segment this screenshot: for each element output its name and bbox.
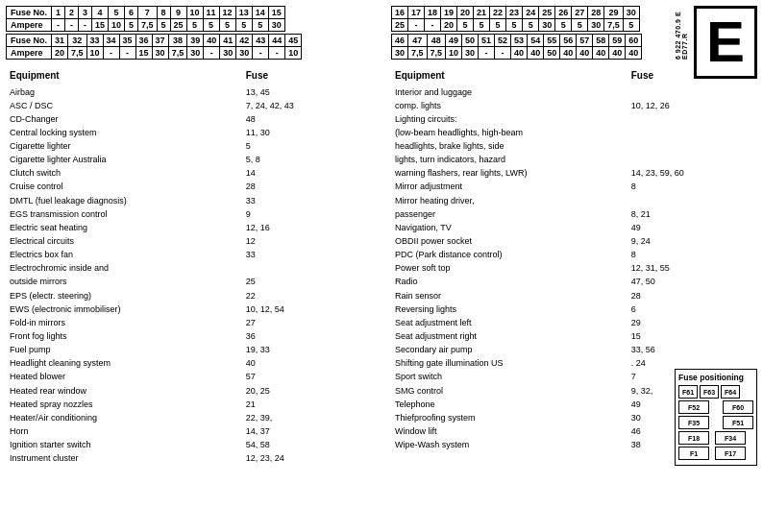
serial-number: 6 922 470.9 E ED77.R <box>675 6 688 60</box>
equip-name-secair: Secondary air pump <box>393 344 628 355</box>
fuse-table-46-60: 46 47 48 49 50 51 52 53 54 55 56 57 58 5… <box>391 34 642 60</box>
equip-name-dmtl: DMTL (fuel leakage diagnosis) <box>8 195 242 206</box>
fn-34: 34 <box>103 35 119 47</box>
equip-name-rain: Rain sensor <box>393 290 628 302</box>
equip-name-smg: SMG control <box>393 385 628 397</box>
amp-28r: 30 <box>588 19 604 32</box>
equip-fuse-rev: 6 <box>629 303 755 315</box>
fuse-pos-title: Fuse positioning <box>678 373 753 382</box>
fuse-f35: F35 <box>678 416 709 429</box>
equip-name-ecm2: outside mirrors <box>8 276 242 287</box>
fn-20: 20 <box>457 7 474 19</box>
fn-30: 30 <box>623 7 639 19</box>
fuse-header-left: Fuse <box>244 69 370 85</box>
equip-fuse-cls: 11, 30 <box>244 127 370 138</box>
equip-name-tel: Telephone <box>393 399 628 410</box>
equip-mirroradj: Mirror adjustment 8 <box>393 181 755 192</box>
equip-obdii: OBDII power socket 9, 24 <box>393 235 755 247</box>
fn-42: 42 <box>236 35 253 47</box>
fn-5: 5 <box>109 7 125 19</box>
fn-11: 11 <box>203 7 219 19</box>
equip-fuse-inst: 12, 23, 24 <box>244 452 370 464</box>
amp-32: 7,5 <box>68 47 87 60</box>
equip-cigaus: Cigarette lighter Australia 5, 8 <box>8 154 370 165</box>
left-fuse-tables: Fuse No. 1 2 3 4 5 6 7 8 9 10 11 12 13 1… <box>6 6 372 60</box>
amp-23r: 5 <box>506 19 523 32</box>
main-container: Fuse No. 1 2 3 4 5 6 7 8 9 10 11 12 13 1… <box>6 6 757 466</box>
equip-cd: CD-Changer 48 <box>8 113 370 125</box>
equip-pst: Power soft top 12, 31, 55 <box>393 262 755 274</box>
fn-38: 38 <box>168 35 187 47</box>
fuse-f18: F18 <box>678 431 709 445</box>
equip-eps: EPS (electr. steering) 22 <box>8 290 370 302</box>
fn-59: 59 <box>609 35 626 47</box>
equip-fog: Front fog lights 36 <box>8 330 370 342</box>
amp-10: 5 <box>186 19 203 32</box>
amp-31: 20 <box>52 47 68 60</box>
fn-47: 47 <box>408 35 428 47</box>
fn-17: 17 <box>408 7 425 19</box>
equip-hsn: Heated spray nozzles 21 <box>8 399 370 410</box>
amp-7: 7,5 <box>138 19 158 32</box>
amp-40: - <box>204 47 220 60</box>
amp-18r: - <box>425 19 441 32</box>
equip-name-fuel: Fuel pump <box>8 344 242 355</box>
equip-fuse-eseat: 12, 16 <box>244 222 370 233</box>
equip-fuse-seatright: 15 <box>629 330 755 342</box>
equip-name-cls: Central locking system <box>8 127 242 138</box>
equip-fuse-hrw: 20, 25 <box>244 385 370 397</box>
fn-54: 54 <box>528 35 544 47</box>
equip-fuse-hls: 40 <box>244 357 370 369</box>
fn-52: 52 <box>495 35 511 47</box>
equip-fold: Fold-in mirrors 27 <box>8 317 370 328</box>
equip-ign: Ignition starter switch 54, 58 <box>8 439 370 450</box>
fn-32: 32 <box>68 35 87 47</box>
equip-mirrorheat: Mirror heating driver, <box>393 195 755 206</box>
left-equip-table: Equipment Fuse Airbag 13, 45 ASC / DSC 7… <box>6 67 372 466</box>
fuse-row-5: F1 F17 <box>678 447 753 460</box>
amp-25r: 30 <box>539 19 555 32</box>
fn-24: 24 <box>523 7 539 19</box>
equip-ebfan: Electrics box fan 33 <box>8 249 370 260</box>
fuse-row-1: F61 F63 F64 <box>678 385 753 399</box>
equip-hblower: Heated blower 57 <box>8 371 370 382</box>
equip-hls: Headlight cleaning system 40 <box>8 357 370 369</box>
equip-turnindicator: lights, turn indicators, hazard <box>393 154 755 165</box>
amp-58r: 40 <box>593 47 609 60</box>
equip-name-window: Window lift <box>393 425 628 437</box>
equip-elcir: Electrical circuits 12 <box>8 235 370 247</box>
equip-name-fog: Front fog lights <box>8 330 242 342</box>
fuse-f64: F64 <box>721 385 740 399</box>
left-equipment-col: Equipment Fuse Airbag 13, 45 ASC / DSC 7… <box>6 67 372 466</box>
fn-41: 41 <box>220 35 236 47</box>
equip-passenger: passenger 8, 21 <box>393 208 755 220</box>
fn-43: 43 <box>253 35 269 47</box>
equip-lighting: Lighting circuits: <box>393 113 755 125</box>
equip-fuse-cig: 5 <box>244 140 370 152</box>
equip-name-cig: Cigarette lighter <box>8 140 242 152</box>
fuse-no-label-1: Fuse No. <box>7 7 52 19</box>
equip-nav: Navigation, TV 49 <box>393 222 755 233</box>
equip-name-elcir: Electrical circuits <box>8 235 242 247</box>
amp-39: 30 <box>187 47 204 60</box>
equip-name-seatright: Seat adjustment right <box>393 330 628 342</box>
equip-name-int-lug: Interior and luggage <box>393 86 628 98</box>
amp-4: 15 <box>92 19 109 32</box>
amp-9: 25 <box>170 19 186 32</box>
fn-18: 18 <box>425 7 441 19</box>
amp-43: - <box>253 47 269 60</box>
fuse-f61: F61 <box>678 385 698 399</box>
equip-fuse-passenger: 8, 21 <box>629 208 755 220</box>
fuse-no-label-2: Fuse No. <box>7 35 52 47</box>
equip-name-passenger: passenger <box>393 208 628 220</box>
equip-name-radio: Radio <box>393 276 628 287</box>
amp-27r: 5 <box>572 19 588 32</box>
equip-hrw: Heated rear window 20, 25 <box>8 385 370 397</box>
equip-fuse-dmtl: 33 <box>244 195 370 206</box>
equip-ecm: Electrochromic inside and <box>8 262 370 274</box>
fn-35: 35 <box>119 35 135 47</box>
equip-name-sgius: Shifting gate illumination US <box>393 357 628 369</box>
equip-ecm2: outside mirrors 25 <box>8 276 370 287</box>
equip-fuse-radio: 47, 50 <box>629 276 755 287</box>
amp-38: 7,5 <box>168 47 187 60</box>
